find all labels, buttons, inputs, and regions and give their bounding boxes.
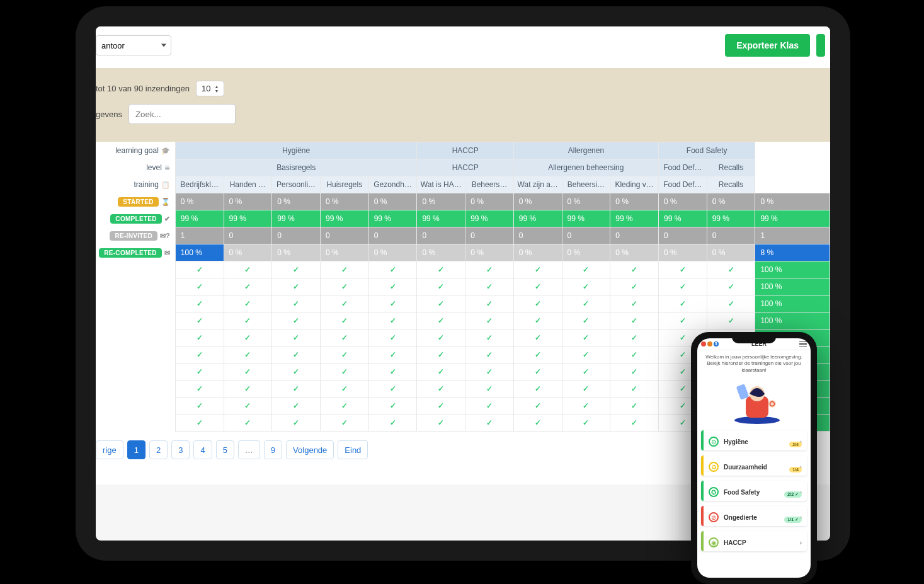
pager-prev[interactable]: rige xyxy=(96,440,123,459)
check-icon: ✓ xyxy=(390,333,396,342)
check-icon: ✓ xyxy=(535,333,541,342)
class-select-wrap[interactable]: antoor xyxy=(96,35,171,55)
phone-training-item[interactable]: ⊘ Ongedierte › 1/1 ✓ xyxy=(701,506,807,526)
result-cell: ✓ xyxy=(320,346,368,364)
goal-col-haccp[interactable]: HACCP xyxy=(417,142,513,159)
check-icon: ✓ xyxy=(438,367,444,376)
training-col[interactable]: Wat is HA… xyxy=(417,176,465,193)
training-col[interactable]: Kleding v… xyxy=(610,176,659,193)
result-cell: ✓ xyxy=(658,261,707,278)
check-icon: ✓ xyxy=(583,299,589,308)
check-icon: ✓ xyxy=(341,401,348,410)
secondary-action-button[interactable] xyxy=(816,34,825,57)
phone-training-list[interactable]: ⊖ Hygiëne › 2/4 ♻ Duurzaamheid › 1/4 ✪ F… xyxy=(697,425,811,578)
result-cell: ✓ xyxy=(368,312,417,329)
stat-cell: 0 % xyxy=(513,193,562,210)
status-icon: ⌛ xyxy=(161,198,170,205)
phone-training-item[interactable]: ✪ Food Safety › 2/2 ✓ xyxy=(701,481,807,501)
result-cell: ✓ xyxy=(272,278,321,295)
stat-cell: 0 xyxy=(658,227,707,244)
stat-cell: 99 % xyxy=(707,210,755,227)
table-row[interactable]: ✓✓✓✓✓✓✓✓✓✓✓✓100 % xyxy=(96,278,830,295)
pager-page[interactable]: 9 xyxy=(264,440,282,459)
check-icon: ✓ xyxy=(244,367,251,376)
check-icon: ✓ xyxy=(293,333,299,342)
training-col[interactable]: Recalls xyxy=(707,176,755,193)
goal-col-allergenen[interactable]: Allergenen xyxy=(513,142,658,159)
table-row[interactable]: ✓✓✓✓✓✓✓✓✓✓✓✓100 % xyxy=(96,295,830,312)
training-col[interactable]: Wat zijn a… xyxy=(513,176,562,193)
result-cell: ✓ xyxy=(562,346,610,364)
pager-page[interactable]: 5 xyxy=(216,440,234,459)
result-cell: ✓ xyxy=(562,261,610,278)
stat-total: 8 % xyxy=(755,244,830,261)
pager-page[interactable]: 2 xyxy=(149,440,168,459)
stat-cell: 0 % xyxy=(320,244,368,261)
check-icon: ✓ xyxy=(390,265,396,274)
training-col[interactable]: Huisregels xyxy=(320,176,368,193)
result-cell: ✓ xyxy=(513,381,562,398)
level-haccp[interactable]: HACCP xyxy=(417,159,513,176)
level-fooddef[interactable]: Food Def… xyxy=(658,159,707,176)
check-icon: ✓ xyxy=(293,265,299,274)
level-allergenen[interactable]: Allergenen beheersing xyxy=(513,159,658,176)
class-select[interactable]: antoor xyxy=(96,35,171,55)
progress-badge: 2/4 xyxy=(789,442,802,447)
phone-training-item[interactable]: ⊖ Hygiëne › 2/4 xyxy=(701,430,807,450)
goal-col-foodsafety[interactable]: Food Safety xyxy=(658,142,755,159)
check-icon: ✓ xyxy=(244,333,251,342)
result-cell: ✓ xyxy=(320,398,368,415)
table-row[interactable]: ✓✓✓✓✓✓✓✓✓✓✓✓100 % xyxy=(96,312,830,329)
result-cell: ✓ xyxy=(465,278,514,295)
check-icon: ✓ xyxy=(631,350,637,359)
check-icon: ✓ xyxy=(197,418,203,427)
stat-cell: 0 % xyxy=(417,193,465,210)
training-col[interactable]: Gezondh… xyxy=(368,176,417,193)
stat-cell: 99 % xyxy=(465,210,514,227)
pager-page[interactable]: 3 xyxy=(171,440,190,459)
training-col[interactable]: Persoonli… xyxy=(272,176,321,193)
pager-end[interactable]: Eind xyxy=(338,440,368,459)
level-recalls[interactable]: Recalls xyxy=(707,159,755,176)
training-title: Hygiëne xyxy=(724,438,795,445)
menu-icon[interactable] xyxy=(799,341,807,347)
check-icon: ✓ xyxy=(197,367,203,376)
check-icon: ✓ xyxy=(197,384,203,393)
result-cell: ✓ xyxy=(368,295,417,312)
level-basisregels[interactable]: Basisregels xyxy=(175,159,417,176)
stat-cell: 0 % xyxy=(224,193,272,210)
result-cell: ✓ xyxy=(513,398,562,415)
check-icon: ✓ xyxy=(486,299,493,308)
check-icon: ✓ xyxy=(486,265,493,274)
result-cell: ✓ xyxy=(272,329,321,346)
result-cell: ✓ xyxy=(272,312,321,329)
result-cell: ✓ xyxy=(465,295,514,312)
training-col[interactable]: Food Def… xyxy=(658,176,707,193)
training-col[interactable]: Bedrijfskl… xyxy=(175,176,224,193)
page-size-select[interactable]: 10 ▲▼ xyxy=(196,81,224,96)
pager-page[interactable]: 1 xyxy=(127,440,145,459)
check-icon: ✓ xyxy=(631,282,637,291)
check-icon: ✓ xyxy=(197,401,203,410)
chevron-right-icon: › xyxy=(800,539,802,546)
check-icon: ✓ xyxy=(583,401,589,410)
phone-training-item[interactable]: ♻ Duurzaamheid › 1/4 xyxy=(701,455,807,476)
check-icon: ✓ xyxy=(244,316,251,325)
check-icon: ✓ xyxy=(631,367,637,376)
search-input[interactable] xyxy=(128,104,236,124)
result-cell: ✓ xyxy=(562,312,610,329)
training-col[interactable]: Beheersi… xyxy=(562,176,610,193)
stat-cell: 0 % xyxy=(658,244,707,261)
stat-cell: 0 xyxy=(224,227,272,244)
export-class-button[interactable]: Exporteer Klas xyxy=(725,34,810,57)
phone-training-item[interactable]: ◉ HACCP › xyxy=(701,531,807,551)
pager-page[interactable]: 4 xyxy=(193,440,212,459)
training-col[interactable]: Beheers… xyxy=(465,176,514,193)
table-row[interactable]: ✓✓✓✓✓✓✓✓✓✓✓✓100 % xyxy=(96,261,830,278)
training-col[interactable]: Handen … xyxy=(224,176,272,193)
result-cell: ✓ xyxy=(707,261,755,278)
check-icon: ✓ xyxy=(583,384,589,393)
goal-col-hygiene[interactable]: Hygiëne xyxy=(175,142,417,159)
check-icon: ✓ xyxy=(438,350,444,359)
pager-next[interactable]: Volgende xyxy=(286,440,334,459)
